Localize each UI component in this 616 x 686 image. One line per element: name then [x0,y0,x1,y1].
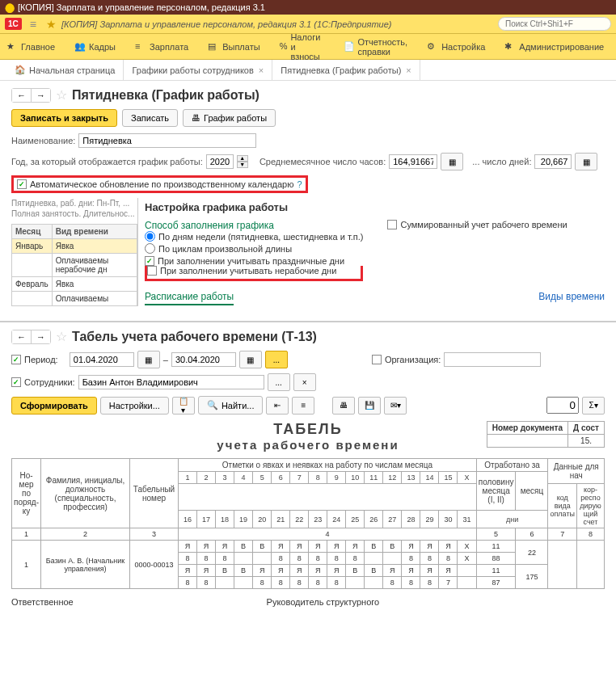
menu-settings[interactable]: ⚙Настройка [427,41,485,53]
spin-up[interactable]: ▲ [237,155,248,162]
day-cell: 8 [179,553,197,565]
day-cell: 8 [272,577,290,589]
cell[interactable]: Явка [52,239,137,254]
tab-schedule[interactable]: Расписание работы [145,291,234,305]
emp-check[interactable]: Сотрудники: [11,377,75,387]
day-cell: В [365,541,383,553]
fill-method-label: Способ заполнения графика [145,220,363,231]
day-cell: Я [439,565,458,577]
hdr-fio: Фамилия, инициалы, должность (специально… [41,459,130,528]
save-settings-button[interactable]: 📋▾ [172,397,195,415]
date-to-input[interactable] [171,352,236,367]
ellipsis-button[interactable]: ... [265,351,288,368]
spin-down[interactable]: ▼ [237,162,248,168]
menu-payments[interactable]: ▤Выплаты [208,41,259,53]
sigma-input[interactable] [546,397,579,414]
year-input[interactable] [206,154,234,169]
colnum: 4 [179,528,477,541]
mail-button[interactable]: ✉▾ [384,397,407,415]
tools-icon: ✱ [504,41,516,53]
radio-input[interactable] [145,231,155,242]
menu-personnel[interactable]: 👥Кадры [74,41,116,53]
calendar-icon[interactable]: ▦ [239,351,262,368]
day-cell: Я [290,541,309,553]
star-icon[interactable]: ★ [46,18,57,31]
day-cell: 19 [234,511,253,528]
menu-icon[interactable]: ≡ [30,18,36,31]
col-type: Вид времени [52,225,137,239]
day-cell: 8 [420,577,439,589]
cell[interactable]: Февраль [12,277,53,292]
save-close-button[interactable]: Записать и закрыть [11,109,117,127]
ellipsis-button[interactable]: ... [268,373,290,391]
day-cell: 8 [290,553,309,565]
date-from-input[interactable] [70,352,134,367]
separator [179,484,477,511]
clear-button[interactable]: × [293,373,316,391]
back-button[interactable]: ← [12,89,32,102]
check-nonwork[interactable]: При заполнении учитывать нерабочие дни [147,266,336,276]
fav-icon[interactable]: ☆ [56,329,67,344]
radio-input[interactable] [145,243,155,254]
tab-schedules[interactable]: Графики работы сотрудников× [124,60,272,80]
avg-days-input[interactable] [534,154,572,169]
calendar-icon[interactable]: ▦ [137,351,160,368]
cell[interactable]: Январь [12,239,53,254]
check-sum[interactable]: Суммированный учет рабочего времени [387,220,567,229]
forward-button[interactable]: → [32,89,50,102]
checkmark-icon [372,355,382,364]
day-cell: Я [272,565,290,577]
expand-button[interactable]: ≡ [292,397,314,415]
calc-button-2[interactable]: ▦ [575,153,597,170]
name-input[interactable] [78,133,256,148]
emp-row: Сотрудники: ... × [11,373,605,391]
menu-salary[interactable]: ≡Зарплата [135,41,188,53]
print-button[interactable]: 🖶График работы [183,109,276,127]
avg-hours-input[interactable] [389,154,437,169]
tab-timetypes[interactable]: Виды времени [538,291,605,305]
radio-by-cycles[interactable]: По циклам произвольной длины [145,243,363,254]
radio-by-days[interactable]: По дням недели (пятидневка, шестидневка … [145,231,363,242]
tab-home[interactable]: 🏠Начальная страница [6,60,124,80]
search-input[interactable] [498,17,611,31]
menu-admin[interactable]: ✱Администрирование [504,41,604,53]
find-button[interactable]: 🔍Найти... [198,396,264,415]
colnum: 5 [476,528,516,541]
check-holidays[interactable]: При заполнении учитывать праздничные дни [145,256,344,266]
forward-button[interactable]: → [32,330,50,343]
auto-update-check[interactable]: Автоматическое обновление по производств… [17,179,293,189]
help-icon[interactable]: ? [297,179,302,189]
save-button[interactable]: Записать [122,109,178,127]
sigma-button[interactable]: Σ▾ [582,397,605,415]
fav-icon[interactable]: ☆ [56,87,67,103]
emp-input[interactable] [78,375,264,389]
menu-taxes[interactable]: %Налоги и взносы [280,32,324,61]
period-check[interactable]: Период: [11,355,58,364]
nav-buttons: ← → [11,330,51,344]
cell[interactable]: Оплачиваемы нерабочие дн [52,254,137,277]
cell[interactable] [12,254,53,277]
save-file-button[interactable]: 💾 [358,397,381,415]
cell[interactable]: Явка [52,277,137,292]
tab-workweek[interactable]: Пятидневка (График работы)× [272,60,420,80]
settings-button[interactable]: Настройки... [100,397,169,415]
day-cell: 16 [179,511,197,528]
menu-reports[interactable]: 📄Отчетность, справки [344,37,408,57]
org-check[interactable]: Организация: [372,355,441,364]
cell[interactable]: Оплачиваемы [52,292,137,306]
generate-button[interactable]: Сформировать [11,397,97,415]
cell[interactable] [12,292,53,306]
hdr-days: дни [476,511,548,528]
calc-button[interactable]: ▦ [441,153,463,170]
colnum: 8 [577,528,605,541]
close-icon[interactable]: × [406,65,411,75]
close-icon[interactable]: × [259,65,264,75]
print-button[interactable]: 🖶 [332,397,355,415]
day-cell: Я [197,565,216,577]
org-input[interactable] [444,352,541,367]
menu-main[interactable]: ★Главное [6,41,55,53]
half-hours: 87 [476,577,516,589]
day-cell: В [253,541,272,553]
collapse-button[interactable]: ⇤ [266,397,289,415]
back-button[interactable]: ← [12,330,32,343]
